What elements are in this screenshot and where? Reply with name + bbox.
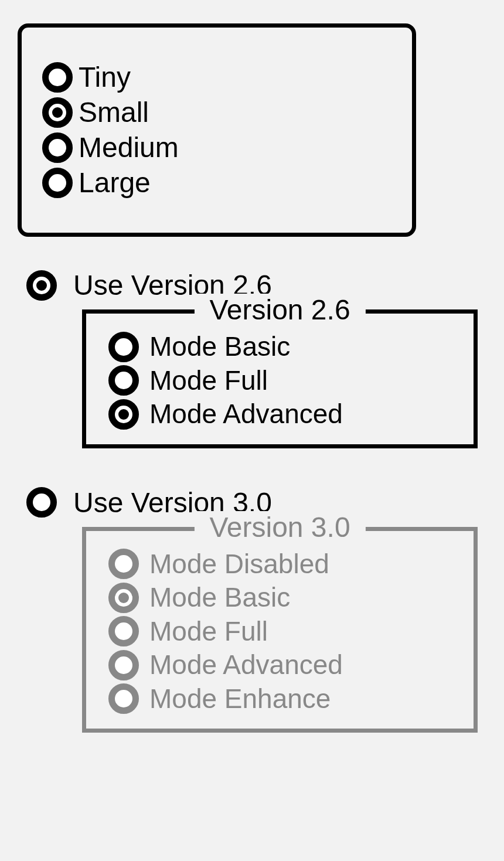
version-2-6-legend: Version 2.6 (194, 294, 365, 326)
radio-icon (42, 62, 73, 93)
radio-icon (108, 399, 139, 430)
version-3-0-block: Use Version 3.0 Version 3.0 Mode Disable… (26, 486, 486, 733)
mode-option-label: Mode Advanced (149, 648, 343, 682)
radio-icon (42, 168, 73, 198)
v26-mode-advanced[interactable]: Mode Advanced (108, 397, 457, 431)
version-2-6-fieldset: Version 2.6 Mode Basic Mode Full Mode Ad… (82, 309, 478, 448)
mode-option-label: Mode Advanced (149, 397, 343, 431)
radio-icon (42, 97, 73, 128)
radio-icon (108, 332, 139, 362)
page: Tiny Small Medium Large Use Version 2.6 … (0, 0, 504, 756)
radio-icon (108, 583, 139, 613)
size-option-tiny[interactable]: Tiny (42, 60, 391, 95)
radio-icon (26, 270, 57, 301)
mode-option-label: Mode Basic (149, 330, 290, 364)
size-option-label: Tiny (79, 60, 131, 95)
v30-mode-disabled: Mode Disabled (108, 547, 457, 581)
version-2-6-block: Use Version 2.6 Version 2.6 Mode Basic M… (26, 269, 486, 448)
size-option-label: Large (79, 165, 151, 200)
radio-icon (108, 650, 139, 680)
size-option-medium[interactable]: Medium (42, 130, 391, 165)
v30-mode-advanced: Mode Advanced (108, 648, 457, 682)
radio-icon (108, 549, 139, 579)
radio-icon (108, 365, 139, 396)
radio-icon (26, 487, 57, 518)
radio-icon (108, 683, 139, 714)
v30-mode-full: Mode Full (108, 615, 457, 649)
size-option-small[interactable]: Small (42, 95, 391, 130)
mode-option-label: Mode Disabled (149, 547, 329, 581)
version-3-0-legend: Version 3.0 (194, 511, 365, 543)
mode-option-label: Mode Full (149, 364, 268, 398)
mode-option-label: Mode Basic (149, 581, 290, 615)
v26-mode-basic[interactable]: Mode Basic (108, 330, 457, 364)
version-3-0-fieldset: Version 3.0 Mode Disabled Mode Basic Mod… (82, 527, 478, 733)
size-option-label: Small (79, 95, 149, 130)
radio-icon (108, 616, 139, 646)
mode-option-label: Mode Enhance (149, 682, 331, 716)
size-option-large[interactable]: Large (42, 165, 391, 200)
v30-mode-basic: Mode Basic (108, 581, 457, 615)
v26-mode-full[interactable]: Mode Full (108, 364, 457, 398)
size-group: Tiny Small Medium Large (18, 23, 416, 237)
radio-icon (42, 132, 73, 163)
size-option-label: Medium (79, 130, 179, 165)
v30-mode-enhance: Mode Enhance (108, 682, 457, 716)
mode-option-label: Mode Full (149, 615, 268, 649)
